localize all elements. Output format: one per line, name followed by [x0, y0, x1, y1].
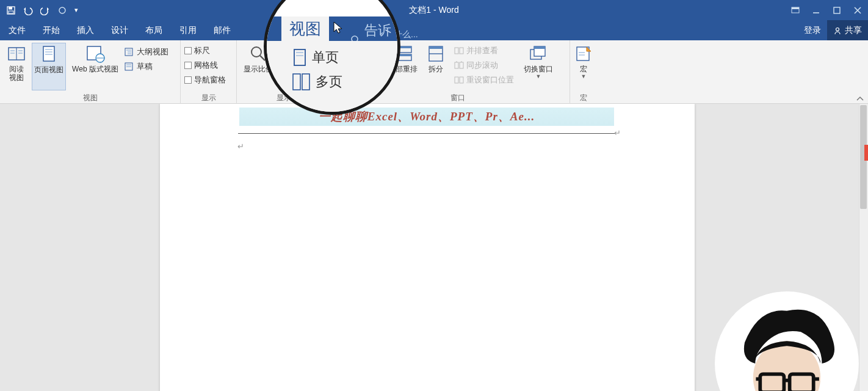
svg-rect-41 [394, 46, 411, 48]
share-icon [833, 26, 842, 35]
arrange-all-icon [392, 44, 413, 64]
group-macros-label: 宏 [570, 93, 597, 104]
svg-rect-54 [534, 46, 545, 49]
navpane-checkbox[interactable]: 导航窗格 [184, 73, 226, 87]
side-by-side-icon [454, 46, 464, 55]
macros-button[interactable]: 宏 ▼ [573, 43, 594, 90]
draft-label: 草稿 [137, 61, 153, 72]
tab-view[interactable]: 视图 [274, 20, 308, 40]
switch-windows-label: 切换窗口 [524, 65, 553, 73]
ruler-label: 标尺 [194, 45, 210, 56]
outline-view-button[interactable]: 大纲视图 [125, 45, 168, 59]
minimize-button[interactable] [806, 0, 826, 20]
tab-insert[interactable]: 插入 [68, 20, 103, 40]
document-area[interactable]: 一起聊聊Excel、Word、PPT、Pr、Ae... ↵ ↵ [0, 104, 868, 391]
window-title: 文档1 - Word [409, 0, 458, 20]
svg-rect-50 [455, 77, 458, 83]
side-by-side-button: 并排查看 [454, 44, 514, 57]
split-label: 拆分 [429, 65, 443, 73]
svg-rect-19 [43, 46, 54, 61]
svg-rect-37 [279, 71, 285, 84]
redo-button[interactable] [38, 3, 52, 18]
touch-mode-button[interactable] [55, 3, 70, 18]
chevron-up-icon [856, 95, 864, 101]
navpane-label: 导航窗格 [194, 75, 226, 86]
one-page-button[interactable]: 单页 [278, 48, 314, 64]
print-layout-button[interactable]: 页面视图 [32, 43, 66, 90]
svg-rect-48 [455, 62, 458, 68]
tell-me-placeholder: 告诉我您想要做什么... [334, 29, 418, 40]
svg-rect-49 [460, 62, 463, 68]
svg-line-33 [260, 56, 265, 60]
svg-rect-34 [280, 49, 289, 62]
tab-home[interactable]: 开始 [34, 20, 68, 40]
dropdown-icon: ▾ [74, 6, 78, 14]
arrange-all-label: 全部重排 [388, 65, 418, 73]
tell-me-search[interactable]: 告诉我您想要做什么... [308, 29, 418, 40]
checkbox-icon [184, 47, 192, 54]
annotation-marker [864, 145, 868, 161]
svg-rect-38 [286, 71, 292, 84]
web-layout-icon [85, 44, 106, 64]
web-layout-button[interactable]: Web 版式视图 [68, 43, 122, 90]
read-mode-icon [6, 44, 27, 64]
collapse-ribbon-button[interactable] [856, 95, 864, 101]
paragraph-mark: ↵ [614, 128, 621, 137]
ribbon-tabs: 文件 开始 插入 设计 布局 引用 邮件 视图 告诉我您想要做什么... 登录 … [0, 20, 868, 40]
group-show-label: 显示 [181, 93, 236, 104]
multi-page-label: 多页 [297, 72, 314, 83]
svg-point-10 [323, 32, 328, 37]
switch-windows-button[interactable]: 切换窗口 ▼ [520, 43, 557, 90]
sync-scroll-icon [454, 61, 464, 70]
qat-customize-button[interactable]: ▾ [72, 3, 81, 18]
gridlines-checkbox[interactable]: 网格线 [184, 59, 226, 72]
arrange-all-button[interactable]: 全部重排 [385, 43, 421, 90]
outline-label: 大纲视图 [137, 46, 168, 57]
svg-rect-46 [455, 48, 458, 54]
svg-rect-42 [394, 54, 411, 56]
tab-mailings[interactable]: 邮件 [205, 20, 239, 40]
horizontal-rule [238, 133, 615, 134]
share-button[interactable]: 共享 [827, 20, 868, 40]
ribbon-options-button[interactable] [785, 0, 806, 20]
svg-rect-51 [460, 77, 463, 83]
banner-text: 一起聊聊Excel、Word、PPT、Pr、Ae... [239, 108, 614, 126]
close-button[interactable] [847, 0, 868, 20]
group-window-label: 窗口 [345, 93, 570, 104]
doc-title-text: 文档1 - Word [409, 5, 458, 16]
tab-references[interactable]: 引用 [171, 20, 205, 40]
group-views-label: 视图 [0, 93, 180, 104]
read-mode-label: 阅读 视图 [9, 65, 24, 82]
svg-rect-7 [834, 7, 840, 13]
svg-rect-47 [460, 48, 463, 54]
save-button[interactable] [4, 3, 18, 18]
group-zoom-label: 显示比例 [237, 93, 345, 104]
print-layout-icon [38, 45, 59, 64]
window-controls [785, 0, 868, 20]
maximize-button[interactable] [826, 0, 847, 20]
web-layout-label: Web 版式视图 [72, 65, 118, 73]
split-button[interactable]: 拆分 [424, 43, 448, 90]
ruler-checkbox[interactable]: 标尺 [184, 44, 226, 57]
checkbox-icon [184, 62, 192, 69]
multi-page-button[interactable]: 多页 [278, 70, 314, 86]
draft-view-button[interactable]: 草稿 [125, 60, 168, 73]
macros-label: 宏 [580, 65, 587, 73]
sync-scroll-button: 同步滚动 [454, 59, 514, 72]
svg-rect-45 [429, 46, 443, 49]
multi-page-icon [278, 71, 293, 84]
tab-file[interactable]: 文件 [0, 20, 34, 40]
zoom-icon [248, 44, 269, 64]
draft-icon [125, 62, 134, 71]
gridlines-label: 网格线 [194, 60, 218, 71]
document-page[interactable]: 一起聊聊Excel、Word、PPT、Pr、Ae... ↵ ↵ [160, 104, 695, 391]
zoom-button[interactable]: 显示比例 [241, 43, 276, 90]
read-mode-button[interactable]: 阅读 视图 [4, 43, 29, 90]
tab-layout[interactable]: 布局 [137, 20, 171, 40]
svg-point-12 [836, 27, 839, 31]
one-page-icon [278, 49, 291, 62]
tab-design[interactable]: 设计 [103, 20, 137, 40]
paragraph-mark: ↵ [237, 142, 244, 151]
sign-in-button[interactable]: 登录 [798, 25, 827, 36]
undo-button[interactable] [21, 3, 35, 18]
